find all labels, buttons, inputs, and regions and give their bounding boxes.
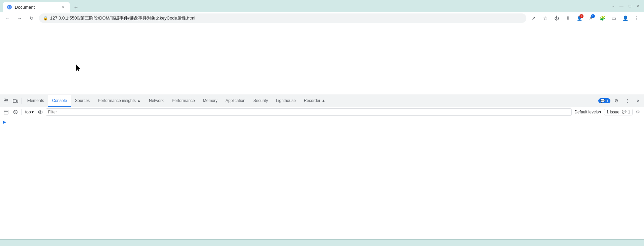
- tab-network[interactable]: Network: [145, 95, 168, 107]
- tab-performance-insights[interactable]: Performance insights ▲: [94, 95, 145, 107]
- issues-badge[interactable]: 💬 1: [598, 98, 610, 103]
- tab-elements[interactable]: Elements: [23, 95, 48, 107]
- block-console-icon[interactable]: [11, 108, 19, 116]
- refresh-button[interactable]: ↻: [27, 13, 36, 23]
- tab-memory[interactable]: Memory: [199, 95, 222, 107]
- translate-badge: 1: [591, 14, 595, 18]
- devtools-tab-bar: Elements Console Sources Performance ins…: [0, 95, 644, 107]
- svg-point-14: [38, 111, 42, 113]
- maximize-button[interactable]: □: [628, 2, 633, 10]
- tab-lighthouse[interactable]: Lighthouse: [272, 95, 300, 107]
- toolbar-separator: [22, 109, 22, 115]
- console-toolbar: top ▾ Default levels ▾ 1 Issue: 💬 1 ⚙: [0, 107, 644, 117]
- window-controls: ⌵ — □ ✕: [610, 2, 641, 10]
- clear-console-icon[interactable]: [2, 108, 10, 116]
- menu-icon[interactable]: ⋮: [632, 13, 641, 23]
- svg-line-13: [14, 111, 17, 113]
- page-content: [0, 24, 644, 95]
- close-window-button[interactable]: ✕: [635, 2, 641, 10]
- security-icon: 🔒: [43, 16, 48, 21]
- title-bar: D Document × + ⌵ — □ ✕: [0, 0, 644, 12]
- minimize-button[interactable]: —: [618, 2, 625, 10]
- svg-marker-2: [76, 65, 80, 71]
- cursor-svg: [76, 65, 82, 72]
- issue-count-num: 1: [628, 110, 630, 114]
- console-settings-icon[interactable]: ⚙: [634, 108, 642, 116]
- tab-title: Document: [15, 5, 58, 10]
- power-icon[interactable]: ⏻: [552, 13, 561, 23]
- console-right-toolbar: Default levels ▾ 1 Issue: 💬 1 ⚙: [573, 108, 642, 116]
- context-label: top: [25, 110, 31, 114]
- tab-area: D Document × +: [3, 0, 609, 12]
- eye-icon[interactable]: [36, 108, 44, 116]
- tab-console[interactable]: Console: [48, 95, 71, 107]
- back-button[interactable]: ←: [3, 13, 12, 23]
- status-bar: [0, 239, 644, 246]
- extensions-badge-icon[interactable]: 👤 2: [575, 13, 584, 23]
- svg-rect-3: [4, 99, 6, 101]
- default-levels-icon: ▾: [599, 110, 601, 114]
- tab-sources[interactable]: Sources: [71, 95, 94, 107]
- tab-close-button[interactable]: ×: [61, 4, 66, 10]
- new-tab-button[interactable]: +: [71, 3, 81, 12]
- tab-favicon: D: [7, 4, 12, 10]
- issue-count-badge[interactable]: 1 Issue: 💬 1: [604, 109, 633, 115]
- browser-chrome: D Document × + ⌵ — □ ✕ ← → ↻ 🔒 127.0.0.1…: [0, 0, 644, 24]
- url-text: 127.0.0.1:5500/第三阶段/DOM/高级事件/键盘事件对象之keyC…: [50, 15, 522, 21]
- default-levels-label: Default levels: [574, 110, 599, 114]
- address-bar: ← → ↻ 🔒 127.0.0.1:5500/第三阶段/DOM/高级事件/键盘事…: [0, 12, 644, 24]
- profile-icon[interactable]: 👤: [620, 13, 630, 23]
- tab-security[interactable]: Security: [249, 95, 272, 107]
- issue-label: 1 Issue:: [606, 110, 620, 114]
- device-mode-icon[interactable]: [11, 96, 20, 106]
- url-bar[interactable]: 🔒 127.0.0.1:5500/第三阶段/DOM/高级事件/键盘事件对象之ke…: [39, 13, 526, 23]
- forward-button[interactable]: →: [15, 13, 24, 23]
- context-dropdown-icon: ▾: [32, 110, 34, 114]
- svg-rect-8: [13, 99, 16, 103]
- devtools-more-icon[interactable]: ⋮: [622, 96, 632, 106]
- translate-icon[interactable]: A 1: [586, 13, 596, 23]
- devtools-close-icon[interactable]: ✕: [633, 96, 643, 106]
- browser-tab[interactable]: D Document ×: [3, 2, 70, 12]
- cast-icon[interactable]: ▭: [609, 13, 618, 23]
- issue-count-icon: 💬: [622, 110, 627, 114]
- devtools-separator: [22, 98, 22, 104]
- svg-text:D: D: [8, 5, 10, 9]
- devtools-panel: Elements Console Sources Performance ins…: [0, 95, 644, 239]
- filter-input[interactable]: [46, 108, 572, 116]
- issues-badge-icon: 💬: [600, 99, 605, 103]
- tab-recorder[interactable]: Recorder ▲: [300, 95, 330, 107]
- svg-point-15: [40, 111, 41, 113]
- tab-performance[interactable]: Performance: [168, 95, 199, 107]
- default-levels-dropdown[interactable]: Default levels ▾: [573, 109, 603, 115]
- svg-rect-9: [16, 100, 18, 102]
- console-content: ▶: [0, 117, 644, 239]
- tab-application[interactable]: Application: [222, 95, 249, 107]
- devtools-toggle-icon[interactable]: ⌵: [610, 2, 615, 10]
- extensions-icon[interactable]: 🧩: [598, 13, 607, 23]
- download-icon[interactable]: ⬇: [563, 13, 573, 23]
- svg-rect-10: [4, 110, 8, 114]
- devtools-tab-end: 💬 1 ⚙ ⋮ ✕: [598, 96, 643, 106]
- console-arrow[interactable]: ▶: [3, 120, 641, 124]
- toolbar-icons: ↗ ☆ ⏻ ⬇ 👤 2 A 1 🧩 ▭ 👤 ⋮: [529, 13, 641, 23]
- issues-count: 1: [606, 99, 608, 103]
- devtools-settings-icon[interactable]: ⚙: [612, 96, 621, 106]
- share-icon[interactable]: ↗: [529, 13, 538, 23]
- extension-badge: 2: [579, 14, 583, 18]
- context-dropdown[interactable]: top ▾: [24, 109, 35, 115]
- bookmark-icon[interactable]: ☆: [540, 13, 550, 23]
- cursor-indicator: [76, 65, 82, 73]
- inspect-element-icon[interactable]: [1, 96, 11, 106]
